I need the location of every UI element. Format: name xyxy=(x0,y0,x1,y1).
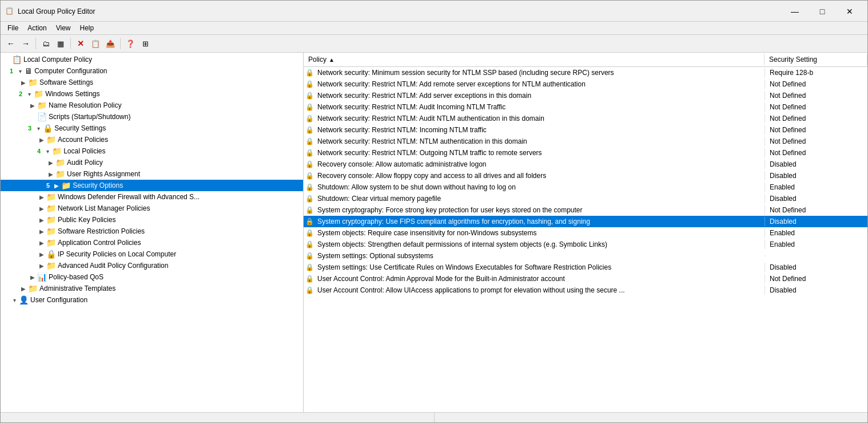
table-row[interactable]: 🔒 Network security: Restrict NTLM: Audit… xyxy=(304,113,867,124)
export-button[interactable]: 📤 xyxy=(103,37,117,50)
table-row-selected[interactable]: 6 🔒 System cryptography: Use FIPS compli… xyxy=(304,216,867,227)
name-resolution-icon: 📁 xyxy=(37,101,47,110)
ac-expand-icon[interactable]: ▶ xyxy=(37,240,46,246)
tree-item-windows-settings[interactable]: 2 ▾ 📁 Windows Settings xyxy=(1,88,303,100)
cc-expand-icon[interactable]: ▾ xyxy=(15,68,25,74)
back-button[interactable]: ← xyxy=(4,37,18,50)
tree-item-local-policies[interactable]: 4 ▾ 📁 Local Policies xyxy=(1,145,303,157)
folder-button[interactable]: 🗂 xyxy=(39,37,53,50)
table-row[interactable]: 🔒 System settings: Use Certificate Rules… xyxy=(304,262,867,273)
tree-root[interactable]: 📋 Local Computer Policy xyxy=(1,54,303,65)
menu-view[interactable]: View xyxy=(51,23,75,33)
tree-item-app-control[interactable]: ▶ 📁 Application Control Policies xyxy=(1,237,303,248)
table-row[interactable]: 🔒 Network security: Restrict NTLM: Add s… xyxy=(304,90,867,101)
pk-expand-icon[interactable]: ▶ xyxy=(37,217,46,223)
local-policies-icon: 📁 xyxy=(52,147,62,156)
nr-expand-icon[interactable]: ▶ xyxy=(28,102,37,109)
view2-button[interactable]: ⊞ xyxy=(138,37,152,50)
col-header-setting[interactable]: Security Setting xyxy=(765,54,867,65)
tree-item-security-settings[interactable]: 3 ▾ 🔒 Security Settings xyxy=(1,122,303,134)
view-list-button[interactable]: ▦ xyxy=(54,37,67,50)
ss-expand-icon[interactable]: ▶ xyxy=(19,80,28,86)
row-icon-8: 🔒 xyxy=(304,149,315,157)
policy-setting-3: Not Defined xyxy=(765,91,867,100)
tree-item-admin-templates[interactable]: ▶ 📁 Administrative Templates xyxy=(1,283,303,294)
ip-expand-icon[interactable]: ▶ xyxy=(37,251,46,258)
policy-name-19: User Account Control: Admin Approval Mod… xyxy=(315,274,765,283)
table-row[interactable]: 🔒 Shutdown: Allow system to be shut down… xyxy=(304,181,867,193)
policy-setting-15: Enabled xyxy=(765,228,867,238)
security-settings-label: Security Settings xyxy=(54,124,106,132)
menu-file[interactable]: File xyxy=(3,23,23,33)
delete-button[interactable]: ✕ xyxy=(74,37,87,50)
policy-setting-16: Enabled xyxy=(765,240,867,249)
table-body[interactable]: 🔒 Network security: Minimum session secu… xyxy=(304,67,867,412)
tree-item-audit-policy[interactable]: ▶ 📁 Audit Policy xyxy=(1,157,303,168)
tree-item-computer-config[interactable]: 1 ▾ 🖥 Computer Configuration xyxy=(1,65,303,77)
lp-expand-icon[interactable]: ▾ xyxy=(43,148,52,155)
windows-defender-icon: 📁 xyxy=(46,192,56,201)
tree-item-software-restriction[interactable]: ▶ 📁 Software Restriction Policies xyxy=(1,226,303,237)
col-setting-label: Security Setting xyxy=(769,56,817,64)
help-button[interactable]: ❓ xyxy=(124,37,137,50)
sr-expand-icon[interactable]: ▶ xyxy=(37,228,46,235)
tree-item-ip-security[interactable]: ▶ 🔒 IP Security Policies on Local Comput… xyxy=(1,248,303,260)
tree-container[interactable]: 📋 Local Computer Policy 1 ▾ 🖥 Computer C… xyxy=(1,53,303,412)
table-row[interactable]: 🔒 System objects: Strengthen default per… xyxy=(304,239,867,250)
tree-item-software-settings[interactable]: ▶ 📁 Software Settings xyxy=(1,77,303,88)
table-row[interactable]: 🔒 Shutdown: Clear virtual memory pagefil… xyxy=(304,193,867,204)
table-row[interactable]: 🔒 User Account Control: Allow UIAccess a… xyxy=(304,284,867,296)
qos-expand-icon[interactable]: ▶ xyxy=(28,274,37,280)
menu-help[interactable]: Help xyxy=(75,23,99,33)
nl-expand-icon[interactable]: ▶ xyxy=(37,205,46,212)
secsettings-expand-icon[interactable]: ▾ xyxy=(34,125,43,132)
table-row[interactable]: 🔒 System objects: Require case insensiti… xyxy=(304,227,867,239)
uc-expand-icon[interactable]: ▾ xyxy=(10,297,19,303)
policy-setting-20: Disabled xyxy=(765,286,867,295)
table-header: Policy ▲ Security Setting xyxy=(304,53,867,67)
scripts-label: Scripts (Startup/Shutdown) xyxy=(49,113,130,121)
tree-item-public-key[interactable]: ▶ 📁 Public Key Policies xyxy=(1,214,303,226)
minimize-button[interactable]: — xyxy=(782,4,808,19)
menu-action[interactable]: Action xyxy=(23,23,51,33)
ur-expand-icon[interactable]: ▶ xyxy=(46,171,55,177)
forward-button[interactable]: → xyxy=(19,37,33,50)
table-row[interactable]: 🔒 User Account Control: Admin Approval M… xyxy=(304,273,867,284)
tree-item-advanced-audit[interactable]: ▶ 📁 Advanced Audit Policy Configuration xyxy=(1,260,303,271)
num-4: 4 xyxy=(37,148,41,155)
table-row[interactable]: 🔒 Network security: Restrict NTLM: Audit… xyxy=(304,101,867,113)
close-button[interactable]: ✕ xyxy=(837,4,863,19)
tree-item-network-list[interactable]: ▶ 📁 Network List Manager Policies xyxy=(1,203,303,214)
ws-expand-icon[interactable]: ▾ xyxy=(25,91,34,97)
at-expand-icon[interactable]: ▶ xyxy=(19,286,28,292)
col-header-policy[interactable]: Policy ▲ xyxy=(304,54,765,65)
table-row[interactable]: 🔒 System cryptography: Force strong key … xyxy=(304,204,867,216)
tree-item-scripts[interactable]: 📄 Scripts (Startup/Shutdown) xyxy=(1,111,303,122)
table-row[interactable]: 🔒 Network security: Restrict NTLM: Add r… xyxy=(304,78,867,90)
aa-expand-icon[interactable]: ▶ xyxy=(37,263,46,269)
tree-item-security-options[interactable]: 5 ▶ 📁 Security Options xyxy=(1,180,303,191)
tree-item-user-rights[interactable]: ▶ 📁 User Rights Assignment xyxy=(1,168,303,180)
tree-item-name-resolution[interactable]: ▶ 📁 Name Resolution Policy xyxy=(1,100,303,111)
table-row[interactable]: 🔒 System settings: Optional subsystems xyxy=(304,250,867,262)
table-row[interactable]: 🔒 Network security: Restrict NTLM: Incom… xyxy=(304,124,867,136)
maximize-button[interactable]: □ xyxy=(809,4,835,19)
row-icon-13: 🔒 xyxy=(304,206,315,214)
wd-expand-icon[interactable]: ▶ xyxy=(37,194,46,200)
properties-button[interactable]: 📋 xyxy=(89,37,102,50)
app-control-label: Application Control Policies xyxy=(58,239,141,247)
table-row[interactable]: 🔒 Network security: Restrict NTLM: NTLM … xyxy=(304,136,867,147)
tree-item-policy-qos[interactable]: ▶ 📊 Policy-based QoS xyxy=(1,271,303,283)
tree-item-user-config[interactable]: ▾ 👤 User Configuration xyxy=(1,294,303,306)
table-row[interactable]: 🔒 Network security: Minimum session secu… xyxy=(304,67,867,78)
table-row[interactable]: 🔒 Recovery console: Allow automatic admi… xyxy=(304,159,867,170)
public-key-label: Public Key Policies xyxy=(58,216,116,224)
table-row[interactable]: 🔒 Recovery console: Allow floppy copy an… xyxy=(304,170,867,181)
ap-expand-icon[interactable]: ▶ xyxy=(37,137,46,143)
tree-item-windows-defender[interactable]: ▶ 📁 Windows Defender Firewall with Advan… xyxy=(1,191,303,203)
left-scrollbar[interactable] xyxy=(1,413,434,422)
tree-item-account-policies[interactable]: ▶ 📁 Account Policies xyxy=(1,134,303,145)
audit-expand-icon[interactable]: ▶ xyxy=(46,160,55,166)
so-expand-icon[interactable]: ▶ xyxy=(52,183,61,189)
table-row[interactable]: 🔒 Network security: Restrict NTLM: Outgo… xyxy=(304,147,867,159)
